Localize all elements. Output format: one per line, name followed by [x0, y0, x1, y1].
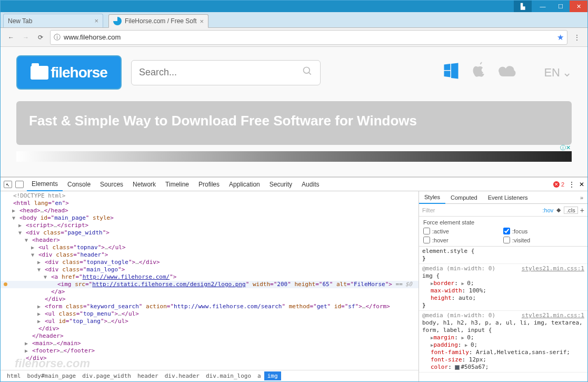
- devtools-tab-sources[interactable]: Sources: [95, 178, 128, 191]
- devtools-tab-audits[interactable]: Audits: [297, 178, 324, 191]
- minimize-button[interactable]: —: [534, 1, 552, 12]
- breadcrumb-item[interactable]: div.header: [162, 371, 203, 380]
- breadcrumb-item[interactable]: html: [4, 371, 24, 380]
- hov-toggle[interactable]: :hov: [543, 207, 554, 213]
- search-icon[interactable]: [302, 66, 313, 79]
- breadcrumb-item[interactable]: div.main_logo: [203, 371, 254, 380]
- chrome-menu-button[interactable]: ⋮: [570, 30, 584, 45]
- breadcrumb-item[interactable]: body#main_page: [24, 371, 79, 380]
- tab-filehorse[interactable]: FileHorse.com / Free Soft ×: [108, 14, 208, 28]
- search-box[interactable]: [131, 60, 321, 85]
- dom-line[interactable]: ▼<div class="page_width">: [1, 229, 418, 237]
- styles-tab-computed[interactable]: Computed: [445, 191, 483, 204]
- tab-close-icon[interactable]: ×: [200, 17, 204, 25]
- styles-panel: StylesComputedEvent Listeners» Filter :h…: [419, 191, 587, 381]
- devtools-tab-timeline[interactable]: Timeline: [161, 178, 194, 191]
- force-state-visited[interactable]: :visited: [503, 237, 583, 243]
- adchoices-icon[interactable]: ⓘ✕: [560, 144, 571, 152]
- cloud-icon[interactable]: [497, 62, 519, 84]
- dom-line[interactable]: </a>: [1, 288, 418, 296]
- pin-icon[interactable]: ◆: [556, 207, 561, 213]
- error-count-badge[interactable]: ✕ 2: [553, 181, 564, 188]
- devtools-tab-security[interactable]: Security: [265, 178, 297, 191]
- svg-line-1: [309, 73, 311, 75]
- cls-toggle[interactable]: .cls: [564, 207, 578, 214]
- dom-line[interactable]: </div>: [1, 355, 418, 362]
- filehorse-logo[interactable]: filehorse: [16, 55, 122, 90]
- dom-line[interactable]: </div>: [1, 325, 418, 332]
- search-input[interactable]: [139, 67, 302, 78]
- devtools-close-icon[interactable]: ✕: [579, 181, 584, 188]
- banner-heading: Fast & Simple Way to Download Free Softw…: [29, 113, 559, 129]
- checkbox[interactable]: [503, 237, 510, 243]
- device-toggle-icon[interactable]: [15, 181, 24, 188]
- dom-line[interactable]: ▶<ul id="top_lang">…</ul>: [1, 318, 418, 325]
- dom-line[interactable]: <img src="http://static.filehorse.com/de…: [1, 281, 418, 288]
- force-state-focus[interactable]: :focus: [503, 228, 583, 234]
- dom-line[interactable]: ▼<header>: [1, 237, 418, 244]
- css-rule[interactable]: element.style {}: [419, 247, 587, 264]
- breadcrumb-item[interactable]: img: [264, 371, 281, 380]
- dom-line[interactable]: ▶<ul class="topnav">…</ul>: [1, 244, 418, 251]
- bookmark-star-icon[interactable]: ★: [557, 33, 564, 42]
- devtools-tab-application[interactable]: Application: [224, 178, 265, 191]
- styles-overflow-icon[interactable]: »: [576, 194, 587, 201]
- breadcrumb-item[interactable]: header: [134, 371, 162, 380]
- dom-tree[interactable]: <!DOCTYPE html><html lang="en">▶<head>…<…: [1, 191, 418, 370]
- site-info-icon[interactable]: ⓘ: [54, 33, 61, 42]
- force-state-hover[interactable]: :hover: [423, 237, 503, 243]
- devtools-tab-profiles[interactable]: Profiles: [194, 178, 224, 191]
- platform-icons: [442, 61, 519, 84]
- dom-line[interactable]: ▼<a href="http://www.filehorse.com/">: [1, 273, 418, 281]
- dom-line[interactable]: ▶<div class="topnav_togle">…</div>: [1, 259, 418, 266]
- maximize-button[interactable]: ☐: [552, 1, 570, 12]
- dom-line[interactable]: ▶<form class="keyword_search" action="ht…: [1, 303, 418, 310]
- window-titlebar: ▙ — ☐ ✕: [1, 1, 587, 12]
- styles-tab-event-listeners[interactable]: Event Listeners: [483, 191, 533, 204]
- dom-line[interactable]: ▶<main>…</main>: [1, 340, 418, 347]
- devtools-menu-icon[interactable]: ⋮: [569, 181, 575, 188]
- logo-text: filehorse: [51, 64, 107, 81]
- lang-label: EN: [544, 66, 560, 80]
- tab-new[interactable]: New Tab ×: [3, 14, 103, 27]
- dom-breadcrumbs[interactable]: htmlbody#main_pagediv.page_widthheaderdi…: [1, 370, 418, 381]
- force-state-active[interactable]: :active: [423, 228, 503, 234]
- css-rules[interactable]: element.style {}styles21.min.css:1@media…: [419, 247, 587, 381]
- breadcrumb-item[interactable]: div.page_width: [79, 371, 134, 380]
- dom-line[interactable]: ▼<div class="main_logo">: [1, 266, 418, 273]
- devtools-tab-network[interactable]: Network: [128, 178, 161, 191]
- checkbox[interactable]: [503, 228, 510, 234]
- language-selector[interactable]: EN ⌄: [544, 66, 572, 80]
- dom-line[interactable]: ▶<footer>…</footer>: [1, 347, 418, 355]
- filter-input[interactable]: Filter: [422, 207, 543, 213]
- devtools-tab-console[interactable]: Console: [63, 178, 95, 191]
- dom-line[interactable]: <!DOCTYPE html>: [1, 192, 418, 200]
- tab-close-icon[interactable]: ×: [94, 17, 98, 25]
- dom-line[interactable]: ▼<body id="main_page" style>: [1, 214, 418, 222]
- close-button[interactable]: ✕: [570, 1, 587, 12]
- dom-line[interactable]: ▶<head>…</head>: [1, 207, 418, 214]
- forward-button[interactable]: →: [18, 30, 33, 45]
- apple-icon[interactable]: [470, 61, 488, 84]
- css-rule[interactable]: styles21.min.css:1@media (min-width: 0)i…: [419, 264, 587, 311]
- styles-tab-styles[interactable]: Styles: [419, 191, 445, 204]
- dom-line[interactable]: ▶<ul class="top_menu">…</ul>: [1, 310, 418, 318]
- windows-icon[interactable]: [442, 61, 461, 84]
- dom-line[interactable]: <html lang="en">: [1, 200, 418, 207]
- css-rule[interactable]: styles21.min.css:1@media (min-width: 0)b…: [419, 311, 587, 373]
- dom-line[interactable]: </header>: [1, 332, 418, 340]
- inspect-element-icon[interactable]: ↖: [4, 181, 12, 188]
- back-button[interactable]: ←: [4, 30, 18, 45]
- dom-line[interactable]: </div>: [1, 296, 418, 303]
- user-button[interactable]: ▙: [514, 1, 532, 12]
- dom-line[interactable]: ▼<div class="header">: [1, 251, 418, 259]
- checkbox[interactable]: [423, 237, 430, 243]
- breadcrumb-item[interactable]: a: [254, 371, 264, 380]
- devtools-tab-elements[interactable]: Elements: [27, 178, 63, 191]
- reload-button[interactable]: ⟳: [33, 30, 48, 45]
- new-rule-icon[interactable]: +: [580, 206, 584, 214]
- tab-title: New Tab: [8, 17, 92, 25]
- dom-line[interactable]: ▶<script>…</script>: [1, 222, 418, 229]
- address-bar[interactable]: ⓘ www.filehorse.com ★: [50, 30, 567, 45]
- checkbox[interactable]: [423, 228, 430, 234]
